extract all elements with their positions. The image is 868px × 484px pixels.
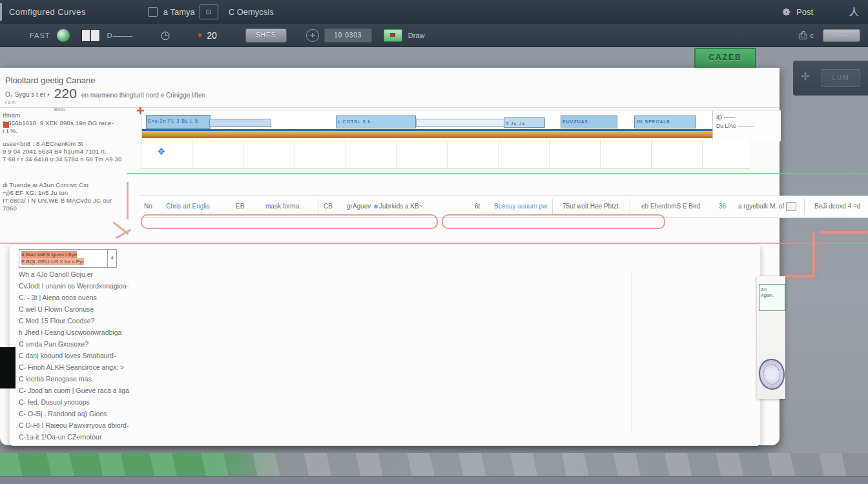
marker-icon[interactable]: ❖: [157, 146, 165, 157]
annotation-bracket: [127, 182, 129, 219]
note-line: 9 856b1618: 9 XEK 898s 19n BG rece-: [3, 119, 137, 127]
record-number-box[interactable]: 10 0303: [324, 28, 372, 43]
note-line: T 68 r r 34 6418 u 34 5784 n 68 Tm A9 30: [3, 156, 137, 163]
table-column-header[interactable]: EB: [236, 203, 244, 210]
chart-tool-icon[interactable]: ⊡: [200, 5, 218, 19]
table-column-header[interactable]: No: [144, 203, 152, 210]
table-column-header[interactable]: mask forma: [265, 203, 299, 210]
list-item[interactable]: C- Jbod an cuom | Gueve raca a liga: [19, 385, 619, 396]
checkbox-list: Wh a 4Jo Oanoll Goju.erCvJodt I unanin o…: [19, 268, 619, 443]
selected-text: a Blan taiKS iguen t Bye E BQL GELLUS X …: [19, 250, 107, 267]
list-item[interactable]: C dan| koound loves Smahaurd-: [19, 350, 619, 361]
list-item[interactable]: C. - 3t | Aiena ooos ouens: [19, 292, 619, 303]
timeline-id-legend: ID —— Du L/Ae ———: [712, 111, 781, 141]
print-icon[interactable]: ⎙: [799, 30, 807, 41]
list-item[interactable]: C- Finoh ALKH Seanciroce angx: >: [19, 361, 619, 373]
column-divider: [804, 199, 805, 215]
footer-bottom-strip: [0, 476, 868, 484]
timeline-segment[interactable]: JN SPECALB: [634, 116, 696, 128]
primary-toolbar-button[interactable]: SHES: [245, 28, 287, 43]
annotation-line-top: [127, 173, 868, 174]
table-column-header[interactable]: 6t: [475, 203, 480, 210]
document-title: Plooltard geetig Canane: [5, 76, 96, 85]
list-item[interactable]: CvJodt I unanin os Werordxnnagioa-: [19, 280, 619, 292]
table-column-header[interactable]: grAguev: [347, 203, 371, 210]
table-column-header[interactable]: Bceeuy auuum pw: [494, 203, 547, 210]
note-line: r t %.: [3, 127, 137, 135]
list-item[interactable]: C iocrba Renogase mas.: [19, 373, 619, 385]
table-column-header[interactable]: eb EherdomS E Bird: [641, 203, 700, 210]
list-item[interactable]: C Med 15 Flour Coodse?: [19, 315, 619, 327]
table-column-header[interactable]: BeJi dcoxd 4 =d: [814, 203, 860, 210]
document-thumbnail[interactable]: 1m Agam.: [757, 276, 785, 399]
blue-dot-icon: [374, 205, 378, 208]
annotation-pill-left: [141, 214, 438, 229]
table-column-header[interactable]: 75ut wolt Hee Pbtzt: [563, 203, 619, 210]
timeline-du-line: Du L/Ae ———: [716, 122, 781, 130]
list-item[interactable]: C O-HI I Raieou Pawxirryova dbiord-: [19, 419, 619, 431]
table-column-header[interactable]: 36: [719, 203, 726, 210]
table-column-header[interactable]: CB: [324, 203, 333, 210]
columns-layout-icon[interactable]: [81, 29, 100, 42]
plotter-icon[interactable]: [384, 29, 402, 42]
menu-item-companies[interactable]: C Oemycsis: [229, 7, 274, 17]
timeline-segment[interactable]: EUVZUA3: [561, 116, 617, 128]
note-line: usee<bn8 : 8 AECnenKim 3t: [3, 140, 137, 148]
list-item[interactable]: C- O-i5| . Randond aq) Gioes: [19, 408, 619, 419]
header-divider: [0, 107, 780, 108]
details-button[interactable]: D ———: [107, 32, 132, 39]
note-line: IT e8ca/ I N UN.WE B MAGvde JC our: [3, 197, 130, 205]
toolbar: FAST D ——— ◷ ▼ 20 SHES ✛ 10 0303 Draw ⎙ …: [0, 24, 868, 47]
list-item[interactable]: h Jhed i Ceang Uscwoonwradbiga: [19, 327, 619, 338]
post-button[interactable]: Post: [796, 7, 813, 17]
status-badge[interactable]: CAZEB: [694, 48, 756, 69]
background-panel-fragment: ✛ LUM: [793, 61, 868, 96]
column-divider: [630, 199, 630, 215]
annotation-connector-horizontal-top: [819, 231, 868, 234]
filter-icon[interactable]: ▼: [196, 31, 203, 40]
note-line: 9 9 04 2041 5634 B4 h1um4 7101 n.: [3, 148, 137, 156]
table-column-header[interactable]: Chris art Englis: [166, 203, 210, 210]
timeline-strip: + E=o.2n F1 3 BL L 5L COTSL 3 hT Ju JaEU…: [141, 110, 781, 141]
column-divider: [318, 199, 318, 215]
timeline-segment[interactable]: [209, 119, 271, 127]
note-line: di Tuande ai A3un Corcivc Cio: [3, 181, 130, 189]
table-column-header[interactable]: a rgyebalk M. of: [738, 203, 784, 210]
timeline-segment[interactable]: T Ju Ja: [504, 117, 545, 128]
print-suffix-label: c: [811, 32, 814, 39]
menu-accent-divider: [0, 3, 2, 21]
toolbar-right-button[interactable]: ·····: [823, 29, 860, 42]
left-edge-black-block: [0, 347, 16, 388]
draw-button[interactable]: Draw: [408, 32, 425, 39]
selected-text-field[interactable]: a Blan taiKS iguen t Bye E BQL GELLUS X …: [19, 249, 117, 268]
app-window: Comfigured Curves a Tamya ⊡ C Oemycsis ❁…: [0, 0, 868, 484]
ghost-button: LUM: [822, 69, 860, 87]
list-item[interactable]: C wel U Flown Caronuse: [19, 303, 619, 315]
thumbnail-note: 1m Agam.: [759, 284, 785, 311]
list-item[interactable]: Wh a 4Jo Oanoll Goju.er: [19, 268, 619, 280]
table-column-header[interactable]: Jubrkids a KB~: [379, 203, 423, 210]
stamp-inner-ring: [762, 363, 781, 385]
nav-arrow-icon[interactable]: ✛: [306, 29, 319, 42]
options-list-panel: a Blan taiKS iguen t Bye E BQL GELLUS X …: [9, 245, 761, 446]
clock-icon[interactable]: ◷: [161, 28, 170, 42]
user-avatar-icon[interactable]: 人: [849, 6, 859, 18]
plotter-icon-dot: [390, 33, 395, 37]
list-item[interactable]: C-1a-it 1!Oa-un CZernotour: [19, 431, 619, 443]
filter-count-badge: 20: [207, 30, 217, 41]
list-item[interactable]: C smda Pan.Gxosoxe?: [19, 338, 619, 350]
selected-text-line1: a Blan taiKS iguen t Bye: [21, 251, 77, 258]
timeline-segment[interactable]: E=o.2n F1 3 BL L 5: [146, 115, 211, 129]
list-item[interactable]: C- fed, Dusuol ynouops: [19, 396, 619, 408]
note-line: 7060: [3, 205, 130, 212]
post-icon: ❁: [782, 6, 790, 18]
field-spinner[interactable]: 4: [107, 250, 116, 267]
refresh-icon[interactable]: [57, 29, 70, 42]
footer-band: [0, 453, 868, 476]
menu-item-workspace[interactable]: a Tamya: [163, 7, 195, 17]
notes-block-1: Ifmam9 856b1618: 9 XEK 898s 19n BG rece-…: [3, 112, 137, 135]
note-page-icon[interactable]: [786, 202, 796, 211]
fast-button[interactable]: FAST: [30, 32, 50, 39]
annotation-connector-vertical: [812, 231, 815, 277]
timeline-segment[interactable]: L COTSL 3 h: [336, 116, 416, 128]
